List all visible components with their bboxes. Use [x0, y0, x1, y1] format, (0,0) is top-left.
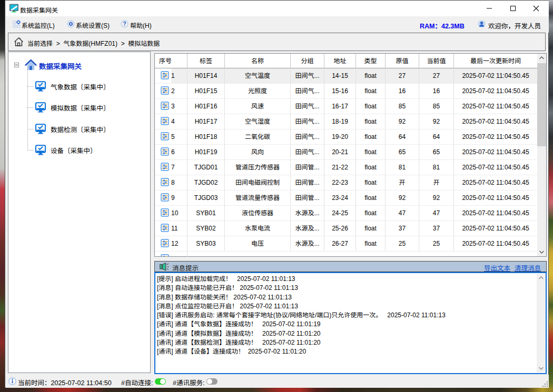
svg-text:?: ?	[123, 21, 126, 27]
